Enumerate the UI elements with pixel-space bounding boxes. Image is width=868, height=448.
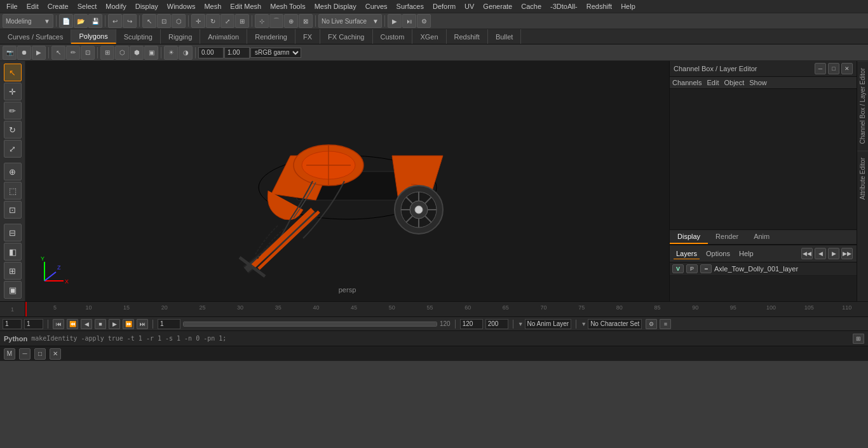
layers-tab[interactable]: Layers bbox=[674, 248, 700, 259]
ipr-btn[interactable]: ⏯ bbox=[402, 14, 416, 28]
offset-y-input[interactable] bbox=[224, 47, 250, 58]
options-tab[interactable]: Options bbox=[703, 248, 733, 259]
rotate-tool[interactable]: ↻ bbox=[4, 121, 22, 139]
frame-start-input[interactable] bbox=[3, 319, 22, 329]
vp-tb-lasso-btn[interactable]: ⊡ bbox=[81, 46, 95, 60]
timeline-ticks[interactable]: 1 5 10 15 20 25 30 35 40 45 50 55 60 65 … bbox=[25, 302, 868, 316]
live-surface-dropdown[interactable]: No Live Surface ▼ bbox=[318, 14, 382, 28]
frame-current-input[interactable] bbox=[24, 319, 43, 329]
vp-tb-select-btn[interactable]: ↖ bbox=[51, 46, 65, 60]
snap-curve-btn[interactable]: ⌒ bbox=[269, 14, 283, 28]
vp-tb-camera-btn[interactable]: 📷 bbox=[3, 46, 17, 60]
menu-deform[interactable]: Deform bbox=[429, 2, 459, 11]
playhead[interactable] bbox=[25, 302, 27, 316]
play-fwd-btn[interactable]: ▶ bbox=[109, 319, 120, 329]
tab-redshift[interactable]: Redshift bbox=[447, 29, 488, 44]
menu-mesh-tools[interactable]: Mesh Tools bbox=[266, 2, 309, 11]
tool-custom4[interactable]: ▣ bbox=[4, 281, 22, 299]
tab-rendering[interactable]: Rendering bbox=[247, 29, 295, 44]
panel-minimize-btn[interactable]: ─ bbox=[815, 63, 826, 74]
menu-cache[interactable]: Cache bbox=[517, 2, 545, 11]
vp-shadow-btn[interactable]: ◑ bbox=[179, 46, 193, 60]
layers-help-tab[interactable]: Help bbox=[736, 248, 756, 259]
layer-left-scroll[interactable]: ◀◀ bbox=[801, 248, 813, 259]
tool-custom3[interactable]: ⊞ bbox=[4, 262, 22, 280]
stop-btn[interactable]: ■ bbox=[95, 319, 106, 329]
tool-custom1[interactable]: ⊟ bbox=[4, 224, 22, 241]
range-end-input[interactable] bbox=[485, 319, 508, 329]
menu-edit[interactable]: Edit bbox=[23, 2, 43, 11]
tab-curves-surfaces[interactable]: Curves / Surfaces bbox=[0, 29, 71, 44]
new-file-btn[interactable]: 📄 bbox=[59, 14, 73, 28]
render-settings-btn[interactable]: ⚙ bbox=[417, 14, 431, 28]
render-btn[interactable]: ▶ bbox=[388, 14, 402, 28]
script-editor-btn[interactable]: ⊞ bbox=[853, 334, 864, 344]
snap-point-btn[interactable]: ⊕ bbox=[284, 14, 298, 28]
step-fwd-btn[interactable]: ⏩ bbox=[123, 319, 134, 329]
tool-snap[interactable]: ⊕ bbox=[4, 163, 22, 180]
anim-extra-btn[interactable]: ≡ bbox=[660, 319, 671, 329]
layer-playback-btn[interactable]: P bbox=[686, 264, 698, 273]
panel-close-btn[interactable]: ✕ bbox=[841, 63, 853, 74]
menu-help[interactable]: Help bbox=[617, 2, 639, 11]
scale-tool[interactable]: ⤢ bbox=[4, 140, 22, 158]
vp-tb-record-btn[interactable]: ⏺ bbox=[17, 46, 31, 60]
lasso-tool-btn[interactable]: ⊡ bbox=[157, 14, 171, 28]
menu-3dtoall[interactable]: -3DtoAll- bbox=[546, 2, 581, 11]
goto-end-btn[interactable]: ⏭ bbox=[137, 319, 148, 329]
tab-rigging[interactable]: Rigging bbox=[161, 29, 200, 44]
range-start-input[interactable] bbox=[158, 319, 180, 329]
tab-sculpting[interactable]: Sculpting bbox=[116, 29, 161, 44]
menu-windows[interactable]: Windows bbox=[163, 2, 200, 11]
menu-generate[interactable]: Generate bbox=[479, 2, 516, 11]
cb-show-menu[interactable]: Show bbox=[749, 79, 767, 86]
tab-bullet[interactable]: Bullet bbox=[488, 29, 522, 44]
frame-range-bar[interactable] bbox=[183, 322, 437, 327]
select-tool-btn[interactable]: ↖ bbox=[142, 14, 156, 28]
save-file-btn[interactable]: 💾 bbox=[88, 14, 102, 28]
snap-grid-btn[interactable]: ⊹ bbox=[255, 14, 269, 28]
universal-tool-btn[interactable]: ⊞ bbox=[235, 14, 249, 28]
redo-btn[interactable]: ↪ bbox=[123, 14, 137, 28]
layer-right-scroll[interactable]: ▶▶ bbox=[841, 248, 853, 259]
offset-x-input[interactable] bbox=[198, 47, 224, 58]
layer-type-btn[interactable]: ━ bbox=[700, 264, 712, 273]
menu-curves[interactable]: Curves bbox=[362, 2, 391, 11]
tab-animation[interactable]: Animation bbox=[200, 29, 247, 44]
paint-sel-btn[interactable]: ⬡ bbox=[172, 14, 186, 28]
vp-lighting-btn[interactable]: ☀ bbox=[164, 46, 178, 60]
anim-settings-btn[interactable]: ⚙ bbox=[646, 319, 657, 329]
vtab-channel-box[interactable]: Channel Box / Layer Editor bbox=[857, 61, 868, 151]
menu-create[interactable]: Create bbox=[44, 2, 72, 11]
character-set-label[interactable]: No Character Set bbox=[588, 319, 642, 329]
layer-scroll-right[interactable]: ▶ bbox=[828, 248, 839, 259]
tab-custom[interactable]: Custom bbox=[373, 29, 413, 44]
vp-solid-btn[interactable]: ⬢ bbox=[130, 46, 144, 60]
move-tool[interactable]: ✛ bbox=[4, 83, 22, 100]
layer-scroll-left[interactable]: ◀ bbox=[815, 248, 826, 259]
layer-name[interactable]: Axle_Tow_Dolly_001_layer bbox=[714, 265, 854, 273]
menu-surfaces[interactable]: Surfaces bbox=[393, 2, 428, 11]
menu-display[interactable]: Display bbox=[132, 2, 162, 11]
display-tab[interactable]: Display bbox=[670, 230, 708, 244]
viewport[interactable]: persp X Y Z bbox=[25, 61, 669, 301]
cb-object-menu[interactable]: Object bbox=[724, 79, 744, 86]
vp-tb-play-btn[interactable]: ▶ bbox=[32, 46, 46, 60]
vtab-attribute-editor[interactable]: Attribute Editor bbox=[857, 151, 868, 206]
tab-fx-caching[interactable]: FX Caching bbox=[320, 29, 372, 44]
window-restore-btn[interactable]: □ bbox=[34, 348, 46, 360]
vp-wireframe-btn[interactable]: ⬡ bbox=[115, 46, 129, 60]
menu-modify[interactable]: Modify bbox=[102, 2, 130, 11]
maya-icon-btn[interactable]: M bbox=[4, 348, 15, 360]
select-tool[interactable]: ↖ bbox=[4, 64, 22, 81]
goto-start-btn[interactable]: ⏮ bbox=[53, 319, 64, 329]
tool-custom2[interactable]: ◧ bbox=[4, 243, 22, 261]
menu-uv[interactable]: UV bbox=[461, 2, 478, 11]
window-minimize-btn[interactable]: ─ bbox=[19, 348, 31, 360]
move-tool-btn[interactable]: ✛ bbox=[191, 14, 205, 28]
color-space-select[interactable]: sRGB gamma Linear RAW bbox=[250, 48, 301, 58]
layer-visibility-btn[interactable]: V bbox=[672, 264, 684, 273]
workspace-dropdown[interactable]: Modeling ▼ bbox=[3, 14, 53, 28]
menu-mesh-display[interactable]: Mesh Display bbox=[311, 2, 360, 11]
menu-edit-mesh[interactable]: Edit Mesh bbox=[226, 2, 265, 11]
